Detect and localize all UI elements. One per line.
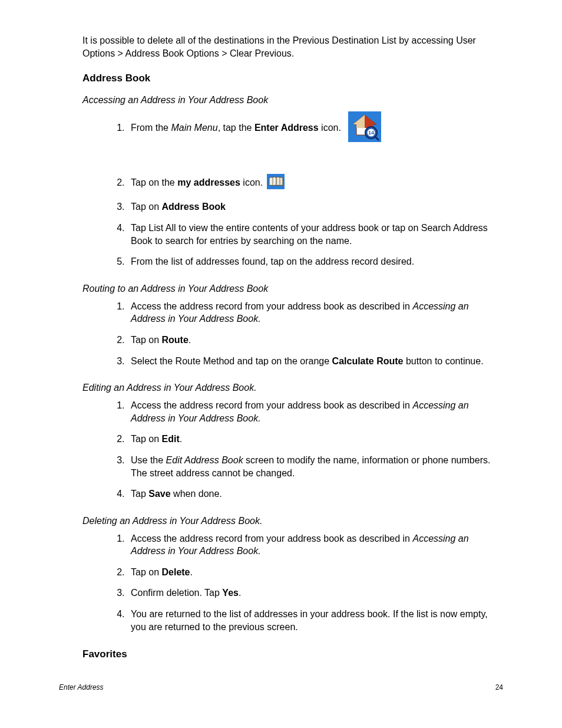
step-text: Tap on: [131, 567, 161, 577]
step-text: icon.: [319, 123, 341, 133]
list-item: From the list of addresses found, tap on…: [127, 255, 503, 268]
heading-favorites: Favorites: [82, 648, 503, 660]
step-text: From the: [131, 123, 171, 133]
step-text-bold: Edit: [161, 434, 179, 444]
svg-text:14: 14: [368, 130, 374, 136]
step-text-bold: Yes: [222, 588, 239, 598]
steps-editing: Access the address record from your addr…: [82, 399, 503, 500]
step-text: Access the address record from your addr…: [131, 400, 412, 410]
list-item: Tap on Route.: [127, 334, 503, 347]
footer-section-name: Enter Address: [59, 683, 104, 691]
step-text: Tap on: [131, 202, 161, 212]
list-item: Select the Route Method and tap on the o…: [127, 355, 503, 368]
step-text-bold: Calculate Route: [332, 356, 404, 366]
subheading-deleting: Deleting an Address in Your Address Book…: [82, 516, 503, 526]
step-text-italic: Main Menu: [171, 123, 217, 133]
step-text: Use the: [131, 455, 166, 465]
my-addresses-icon: [267, 174, 285, 193]
list-item: Tap on Edit.: [127, 433, 503, 446]
intro-paragraph: It is possible to delete all of the dest…: [82, 34, 503, 60]
list-item: Access the address record from your addr…: [127, 300, 503, 325]
list-item: Use the Edit Address Book screen to modi…: [127, 454, 503, 479]
steps-deleting: Access the address record from your addr…: [82, 532, 503, 634]
list-item: Access the address record from your addr…: [127, 532, 503, 558]
step-text-bold: Enter Address: [254, 123, 319, 133]
steps-routing: Access the address record from your addr…: [82, 300, 503, 367]
step-text: .: [180, 434, 182, 444]
step-text: Select the Route Method and tap on the o…: [131, 356, 332, 366]
subheading-routing: Routing to an Address in Your Address Bo…: [82, 284, 503, 294]
list-item: From the Main Menu, tap the Enter Addres…: [127, 111, 503, 146]
list-item: Tap on the my addresses icon.: [127, 174, 503, 193]
step-text-italic: Edit Address Book: [166, 455, 243, 465]
step-text-bold: Save: [148, 489, 170, 499]
step-text: Tap on the: [131, 177, 177, 187]
step-text: , tap the: [218, 123, 254, 133]
list-item: Confirm deletion. Tap Yes.: [127, 587, 503, 599]
step-text-bold: Address Book: [161, 202, 225, 212]
step-text: Access the address record from your addr…: [131, 301, 412, 311]
step-text: Access the address record from your addr…: [131, 533, 412, 543]
page-footer: Enter Address 24: [59, 683, 503, 691]
enter-address-icon: 14: [348, 111, 381, 146]
step-text: when done.: [171, 489, 222, 499]
step-text: Tap on: [131, 434, 161, 444]
step-text: Tap: [131, 489, 148, 499]
subheading-accessing: Accessing an Address in Your Address Boo…: [82, 95, 503, 106]
step-text: Tap on: [131, 335, 161, 345]
step-text: .: [190, 567, 193, 577]
heading-address-book: Address Book: [82, 73, 503, 84]
step-text: .: [239, 588, 241, 598]
document-page: It is possible to delete all of the dest…: [0, 0, 562, 728]
list-item: Tap Save when done.: [127, 487, 503, 500]
subheading-editing: Editing an Address in Your Address Book.: [82, 383, 503, 393]
step-text-bold: my addresses: [177, 177, 240, 187]
list-item: Tap on Address Book: [127, 200, 503, 213]
list-item: Access the address record from your addr…: [127, 399, 503, 424]
step-text-bold: Route: [161, 335, 188, 345]
step-text: .: [189, 335, 191, 345]
step-text: Confirm deletion. Tap: [131, 588, 222, 598]
step-text-bold: Delete: [161, 567, 190, 577]
list-item: Tap on Delete.: [127, 566, 503, 579]
footer-page-number: 24: [495, 683, 503, 691]
step-text: button to continue.: [404, 356, 484, 366]
list-item: Tap List All to view the entire contents…: [127, 222, 503, 247]
steps-accessing: From the Main Menu, tap the Enter Addres…: [82, 111, 503, 268]
list-item: You are returned to the list of addresse…: [127, 608, 503, 633]
step-text: icon.: [240, 177, 263, 187]
